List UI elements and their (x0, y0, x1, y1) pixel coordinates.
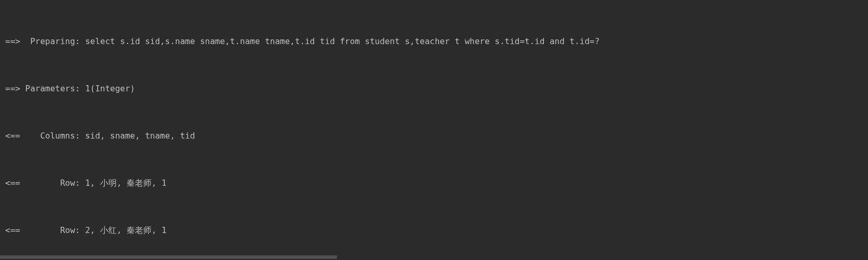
log-line-row: <== Row: 2, 小红, 秦老师, 1 (5, 223, 868, 238)
horizontal-scrollbar[interactable] (0, 254, 868, 260)
horizontal-scrollbar-thumb[interactable] (0, 255, 337, 259)
log-line-parameters: ==> Parameters: 1(Integer) (5, 81, 868, 97)
console-output: ==> Preparing: select s.id sid,s.name sn… (0, 0, 868, 260)
log-line-columns: <== Columns: sid, sname, tname, tid (5, 128, 868, 144)
log-line-row: <== Row: 1, 小明, 秦老师, 1 (5, 175, 868, 191)
log-line-preparing: ==> Preparing: select s.id sid,s.name sn… (5, 34, 868, 49)
